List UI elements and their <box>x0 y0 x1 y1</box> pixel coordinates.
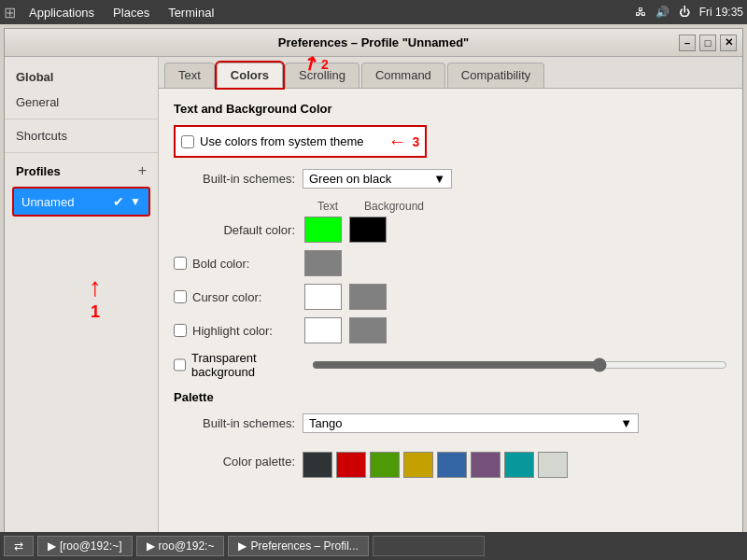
titlebar: Preferences – Profile "Unnamed" – □ ✕ <box>5 29 742 57</box>
power-icon: ⏻ <box>679 6 690 19</box>
use-system-theme-label: Use colors from system theme <box>200 134 364 148</box>
bold-color-checkbox[interactable] <box>174 257 187 270</box>
default-text-swatch[interactable] <box>304 217 342 243</box>
palette-chevron-icon: ▼ <box>620 416 632 430</box>
taskbar: ⇄ ▶ [roo@192:~] ▶ roo@192:~ ▶ Preference… <box>0 532 747 560</box>
annotation-1: ↑ 1 <box>33 273 158 322</box>
terminal1-button[interactable]: ▶ [roo@192:~] <box>37 536 133 556</box>
palette-swatch-5[interactable] <box>471 452 500 478</box>
network-icon: 🖧 <box>635 6 646 19</box>
profile-name: Unnamed <box>21 195 107 209</box>
section-title-text-bg: Text and Background Color <box>174 102 727 116</box>
preferences-window: Preferences – Profile "Unnamed" – □ ✕ Gl… <box>4 28 743 553</box>
switch-icon: ⇄ <box>14 539 23 553</box>
built-in-schemes-select[interactable]: Green on black ▼ <box>303 169 452 189</box>
terminal2-button[interactable]: ▶ roo@192:~ <box>136 536 225 556</box>
transparent-bg-label: Transparent background <box>191 351 304 379</box>
window-title: Preferences – Profile "Unnamed" <box>278 35 470 49</box>
built-in-schemes-row: Built-in schemes: Green on black ▼ <box>174 169 727 189</box>
volume-icon: 🔊 <box>655 6 669 19</box>
tab-compatibility[interactable]: Compatibility <box>447 63 544 88</box>
chevron-down-icon: ▼ <box>433 172 445 186</box>
palette-swatch-container <box>303 452 568 478</box>
terminal2-icon: ▶ <box>147 539 155 553</box>
cursor-bg-swatch[interactable] <box>349 284 387 310</box>
close-button[interactable]: ✕ <box>720 35 737 51</box>
profiles-header: Profiles + <box>5 157 158 185</box>
terminal1-icon: ▶ <box>48 539 56 553</box>
palette-swatch-7[interactable] <box>538 452 568 478</box>
bold-text-swatch[interactable] <box>304 250 342 276</box>
text-col-header: Text <box>304 200 351 213</box>
palette-section-title: Palette <box>174 390 727 404</box>
color-column-headers: Text Background <box>304 200 727 213</box>
transparent-bg-row: Transparent background <box>174 351 727 379</box>
places-menu[interactable]: Places <box>104 4 159 21</box>
content-area: ↙ 2 Text Colors Scrolling Command Compat… <box>159 57 742 552</box>
sidebar-item-shortcuts[interactable]: Shortcuts <box>5 123 158 148</box>
default-color-label: Default color: <box>174 223 295 237</box>
highlight-color-row: Highlight color: <box>174 317 727 343</box>
annotation-3-arrow: ← <box>388 131 407 152</box>
prefs-button[interactable]: ▶ Preferences – Profil... <box>228 536 368 556</box>
highlight-bg-swatch[interactable] <box>349 317 387 343</box>
palette-swatch-2[interactable] <box>370 452 400 478</box>
sidebar-item-general[interactable]: General <box>5 90 158 115</box>
transparency-slider[interactable] <box>312 357 727 372</box>
profiles-label: Profiles <box>16 164 61 178</box>
maximize-button[interactable]: □ <box>699 35 716 51</box>
palette-swatch-4[interactable] <box>437 452 467 478</box>
tabs-bar: Text Colors Scrolling Command Compatibil… <box>159 57 742 89</box>
add-profile-button[interactable]: + <box>138 162 147 179</box>
background-col-header: Background <box>357 200 431 213</box>
palette-swatch-6[interactable] <box>504 452 534 478</box>
sidebar-divider-1 <box>5 119 158 119</box>
switch-button[interactable]: ⇄ <box>4 536 34 556</box>
terminal-menu[interactable]: Terminal <box>159 4 223 21</box>
sidebar-divider-2 <box>5 152 158 153</box>
profile-item-unnamed[interactable]: Unnamed ✔ ▼ <box>12 187 150 217</box>
taskbar-input[interactable] <box>373 536 485 556</box>
cursor-color-label: Cursor color: <box>174 290 295 304</box>
default-color-row: Default color: <box>174 217 727 243</box>
palette-swatch-3[interactable] <box>403 452 433 478</box>
palette-built-in-row: Built-in schemes: Tango ▼ <box>174 413 727 433</box>
tab-text[interactable]: Text <box>164 63 215 88</box>
use-system-theme-row[interactable]: Use colors from system theme ← 3 <box>174 125 427 158</box>
highlight-color-label: Highlight color: <box>174 324 295 338</box>
tab-command[interactable]: Command <box>361 63 445 88</box>
annotation-3-label: 3 <box>413 134 420 149</box>
cursor-color-row: Cursor color: <box>174 284 727 310</box>
palette-label: Color palette: <box>174 455 295 469</box>
cursor-text-swatch[interactable] <box>304 284 342 310</box>
transparent-bg-checkbox[interactable] <box>174 358 186 371</box>
colors-tab-content: Text and Background Color Use colors fro… <box>159 89 742 552</box>
global-section-label: Global <box>5 64 158 90</box>
use-system-theme-checkbox[interactable] <box>181 135 194 148</box>
sidebar: Global General Shortcuts Profiles + Unna… <box>5 57 159 552</box>
default-bg-swatch[interactable] <box>349 217 387 243</box>
cursor-color-checkbox[interactable] <box>174 290 187 303</box>
apps-icon: ⊞ <box>4 4 16 21</box>
prefs-icon: ▶ <box>238 539 247 553</box>
clock: 🖧 🔊 ⏻ Fri 19:35 <box>635 6 743 19</box>
profile-arrow-icon: ▼ <box>130 195 141 208</box>
palette-built-in-label: Built-in schemes: <box>174 416 295 430</box>
annotation-2: ↙ 2 <box>303 53 329 76</box>
minimize-button[interactable]: – <box>679 35 696 51</box>
highlight-color-checkbox[interactable] <box>174 324 187 337</box>
applications-menu[interactable]: Applications <box>20 4 104 21</box>
profile-check-icon: ✔ <box>113 194 124 209</box>
palette-swatches-row: Color palette: <box>174 444 727 478</box>
built-in-schemes-label: Built-in schemes: <box>174 172 295 186</box>
bold-color-label: Bold color: <box>174 257 295 271</box>
highlight-text-swatch[interactable] <box>304 317 342 343</box>
top-menubar: ⊞ Applications Places Terminal 🖧 🔊 ⏻ Fri… <box>0 0 747 24</box>
bold-color-row: Bold color: <box>174 250 727 276</box>
palette-built-in-select[interactable]: Tango ▼ <box>303 413 639 433</box>
palette-swatch-0[interactable] <box>303 452 332 478</box>
palette-swatch-1[interactable] <box>336 452 366 478</box>
tab-colors[interactable]: Colors <box>217 63 283 88</box>
